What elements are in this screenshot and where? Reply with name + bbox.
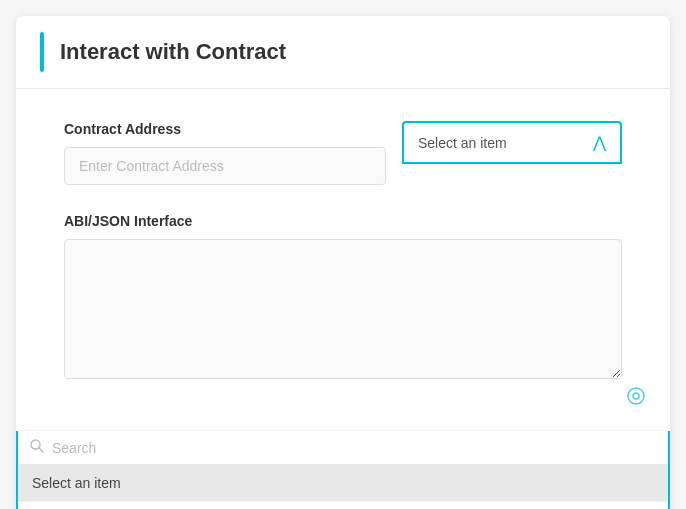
dropdown-search-container — [18, 431, 668, 465]
chevron-up-icon: ⋀ — [593, 133, 606, 152]
contract-address-section: Contract Address Select an item ⋀ — [64, 121, 622, 185]
contract-address-input[interactable] — [64, 147, 386, 185]
dropdown-selected-label: Select an item — [418, 135, 507, 151]
dropdown-search-input[interactable] — [52, 440, 656, 456]
svg-point-3 — [633, 393, 639, 399]
dropdown-trigger[interactable]: Select an item ⋀ — [402, 121, 622, 164]
dropdown-item-select[interactable]: Select an item — [18, 465, 668, 502]
header-accent-bar — [40, 32, 44, 72]
abi-section: ABI/JSON Interface — [64, 213, 622, 383]
page-title: Interact with Contract — [60, 39, 286, 65]
svg-point-2 — [628, 388, 644, 404]
dropdown-container: Select an item ⋀ — [402, 121, 622, 164]
page-header: Interact with Contract — [16, 16, 670, 89]
corner-icon — [626, 386, 646, 411]
dropdown-list: Select an item ABBC Cash(ABCH) Token ADS… — [18, 465, 668, 509]
abi-textarea[interactable] — [64, 239, 622, 379]
page-container: Interact with Contract Contract Address … — [16, 16, 670, 509]
svg-line-1 — [39, 448, 43, 452]
dropdown-menu: Select an item ABBC Cash(ABCH) Token ADS… — [16, 431, 670, 509]
abi-label: ABI/JSON Interface — [64, 213, 622, 229]
search-icon — [30, 439, 44, 456]
dropdown-item-abbc[interactable]: ABBC Cash(ABCH) Token — [18, 502, 668, 509]
contract-address-left: Contract Address — [64, 121, 386, 185]
page-content: Contract Address Select an item ⋀ — [16, 89, 670, 431]
contract-address-label: Contract Address — [64, 121, 386, 137]
